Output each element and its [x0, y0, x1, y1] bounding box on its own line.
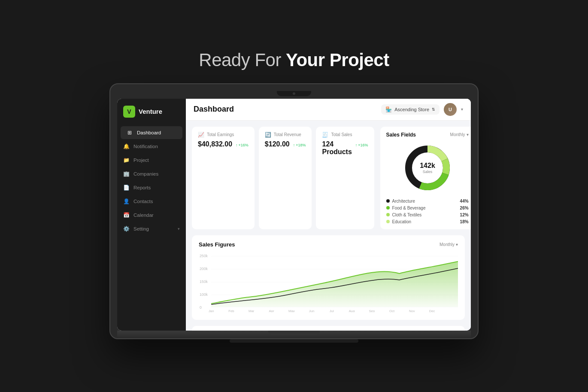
legend-label-food: Food & Beverage — [392, 206, 426, 210]
legend-items: Architecture 44% Food & Beverage — [386, 199, 469, 224]
svg-text:100k: 100k — [200, 292, 208, 296]
legend-left-food: Food & Beverage — [386, 206, 426, 210]
dashboard-title: Dashboard — [194, 105, 234, 114]
store-selector[interactable]: 🏪 Ascending Store ⇅ — [381, 104, 439, 115]
sidebar-label-setting: Setting — [133, 226, 149, 231]
sidebar-item-setting[interactable]: ⚙️ Setting ▾ — [117, 222, 186, 235]
dashboard-content: 📈 Total Earnings $40,832.00 ↑ +16% — [186, 121, 471, 331]
main-content: Dashboard 🏪 Ascending Store ⇅ U ▾ — [186, 99, 471, 331]
revenue-value: $120.00 — [265, 140, 290, 148]
svg-text:200k: 200k — [200, 266, 208, 270]
legend-pct-cloth: 12% — [460, 213, 469, 217]
sales-fields-card: Sales Fields Monthly ▾ — [380, 127, 471, 229]
laptop-mockup: V Venture ⊞ Dashboard 🔔 Notification 📁 P… — [109, 83, 479, 343]
svg-text:Dec: Dec — [429, 309, 435, 312]
logo-icon: V — [123, 106, 135, 118]
svg-text:Nov: Nov — [409, 309, 415, 312]
sales-chart-svg: 250k 200k 150k 100k 0 — [199, 252, 458, 312]
sales-fields-header: Sales Fields Monthly ▾ — [386, 132, 469, 138]
svg-text:Mar: Mar — [249, 309, 255, 312]
svg-text:Feb: Feb — [228, 309, 234, 312]
sidebar-item-project[interactable]: 📁 Project — [117, 154, 186, 167]
legend-pct-education: 18% — [460, 219, 469, 224]
earnings-label: Total Earnings — [207, 132, 234, 137]
legend-dot-food — [386, 206, 390, 210]
sales-value: 124 Products — [322, 140, 352, 156]
legend-label-cloth: Cloth & Textiles — [392, 213, 422, 217]
screen: V Venture ⊞ Dashboard 🔔 Notification 📁 P… — [117, 99, 471, 331]
sidebar-item-contacts[interactable]: 👤 Contacts — [117, 195, 186, 208]
svg-text:Aug: Aug — [349, 309, 355, 312]
legend-food: Food & Beverage 26% — [386, 206, 469, 210]
stat-header-sales: 🧾 Total Sales — [322, 132, 368, 138]
sidebar-label-project: Project — [133, 158, 149, 163]
legend-dot-education — [386, 220, 390, 223]
legend-cloth: Cloth & Textiles 12% — [386, 213, 469, 217]
earnings-badge: ↑ +16% — [236, 143, 249, 147]
sales-label: Total Sales — [331, 132, 352, 137]
sales-icon: 🧾 — [322, 132, 328, 138]
camera-dot — [293, 92, 295, 95]
svg-text:250k: 250k — [200, 253, 208, 258]
svg-text:0: 0 — [200, 305, 202, 309]
svg-text:Jun: Jun — [309, 309, 315, 312]
sales-badge: ↑ +16% — [355, 143, 368, 147]
revenue-value-row: $120.00 ↑ +18% — [265, 140, 306, 148]
svg-text:150k: 150k — [200, 279, 208, 283]
revenue-label: Total Revenue — [274, 132, 301, 137]
setting-icon: ⚙️ — [123, 226, 129, 232]
legend-pct-architecture: 44% — [460, 199, 469, 204]
sales-value-row: 124 Products ↑ +16% — [322, 140, 368, 156]
chart-title: Sales Figures — [199, 241, 235, 248]
laptop-base — [117, 331, 471, 338]
sidebar-item-companies[interactable]: 🏢 Companies — [117, 167, 186, 180]
sidebar-label-contacts: Contacts — [133, 199, 153, 204]
svg-text:May: May — [288, 309, 295, 312]
chart-header: Sales Figures Monthly ▾ — [199, 241, 458, 248]
revenue-badge: ↑ +18% — [293, 143, 306, 147]
sidebar: V Venture ⊞ Dashboard 🔔 Notification 📁 P… — [117, 99, 186, 331]
chart-period-chevron-icon: ▾ — [456, 242, 458, 247]
sidebar-item-calendar[interactable]: 📅 Calendar — [117, 209, 186, 222]
sidebar-item-dashboard[interactable]: ⊞ Dashboard — [121, 126, 182, 139]
header-right: 🏪 Ascending Store ⇅ U ▾ — [381, 103, 463, 116]
stat-header-revenue: 🔄 Total Revenue — [265, 132, 306, 138]
legend-dot-architecture — [386, 199, 390, 203]
stats-row: 📈 Total Earnings $40,832.00 ↑ +16% — [192, 127, 465, 229]
laptop-body: V Venture ⊞ Dashboard 🔔 Notification 📁 P… — [109, 83, 479, 339]
donut-chart-container: 142k Sales — [386, 142, 469, 194]
sidebar-item-reports[interactable]: 📄 Reports — [117, 181, 186, 194]
stat-header-earnings: 📈 Total Earnings — [198, 132, 249, 138]
contacts-icon: 👤 — [123, 198, 129, 204]
camera-notch — [277, 91, 311, 96]
chart-period-btn[interactable]: Monthly ▾ — [439, 242, 458, 247]
user-avatar[interactable]: U — [444, 103, 457, 116]
earnings-value-row: $40,832.00 ↑ +16% — [198, 140, 249, 148]
sidebar-item-notification[interactable]: 🔔 Notification — [117, 140, 186, 153]
logo-area: V Venture — [117, 106, 186, 126]
sidebar-label-notification: Notification — [133, 144, 158, 149]
project-icon: 📁 — [123, 157, 129, 163]
sales-fields-period-btn[interactable]: Monthly ▾ — [450, 132, 469, 137]
laptop-foot — [230, 339, 358, 343]
earnings-value: $40,832.00 — [198, 140, 232, 148]
stats-cards: 📈 Total Earnings $40,832.00 ↑ +16% — [192, 127, 374, 229]
sidebar-label-reports: Reports — [133, 185, 151, 190]
legend-dot-cloth — [386, 213, 390, 216]
avatar-chevron-icon: ▾ — [461, 107, 463, 112]
legend-left-education: Education — [386, 219, 411, 224]
svg-text:Sales: Sales — [422, 170, 432, 174]
sales-figures-card: Sales Figures Monthly ▾ 250k 200k 150k 1… — [192, 235, 465, 320]
sidebar-label-dashboard: Dashboard — [137, 130, 161, 135]
svg-text:Jul: Jul — [330, 309, 334, 312]
sales-fields-title: Sales Fields — [386, 132, 416, 138]
legend-label-education: Education — [392, 219, 411, 224]
page-hero-title: Ready For Your Project — [199, 50, 389, 70]
legend-education: Education 18% — [386, 219, 469, 224]
header: Dashboard 🏪 Ascending Store ⇅ U ▾ — [186, 99, 471, 121]
legend-label-architecture: Architecture — [392, 199, 415, 204]
sales-arrow-icon: ↑ — [355, 143, 358, 147]
contact-list-card: Contact List 🔍 Search or type keywords S… — [192, 326, 465, 331]
earnings-arrow-icon: ↑ — [236, 143, 238, 147]
svg-text:Sep: Sep — [369, 309, 375, 312]
